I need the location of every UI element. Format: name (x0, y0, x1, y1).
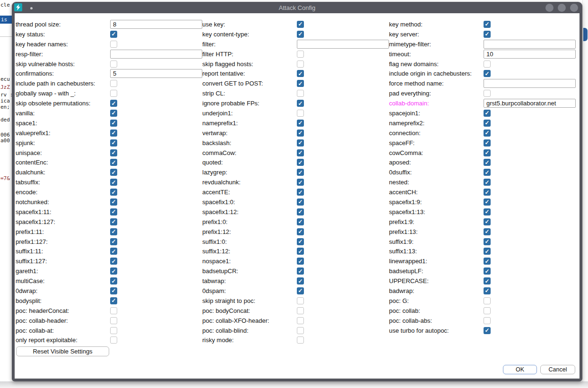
checkbox-key-status[interactable]: ✓ (110, 31, 117, 38)
checkbox-skip-flagged-hosts[interactable] (297, 60, 304, 68)
checkbox-prefix1-11[interactable]: ✓ (110, 228, 117, 235)
checkbox-prefix1-0[interactable]: ✓ (297, 218, 304, 225)
maximize-button[interactable] (558, 4, 566, 12)
checkbox-notchunked[interactable]: ✓ (110, 198, 117, 206)
checkbox-nameprefix1[interactable]: ✓ (297, 120, 304, 127)
checkbox-suffix1-12[interactable]: ✓ (297, 248, 304, 255)
checkbox-prefix1-12[interactable]: ✓ (297, 228, 304, 235)
checkbox-dualchunk[interactable]: ✓ (110, 169, 117, 176)
checkbox-only-report-exploitable[interactable] (110, 336, 117, 344)
cancel-button[interactable]: Cancel (540, 365, 575, 374)
input-resp-filter[interactable] (110, 50, 202, 59)
checkbox-vertwrap[interactable]: ✓ (297, 129, 304, 137)
reset-visible-settings-button[interactable]: Reset Visible Settings (16, 346, 109, 356)
close-button[interactable] (570, 4, 578, 12)
checkbox-tabwrap[interactable]: ✓ (297, 277, 304, 285)
checkbox-valueprefix1[interactable]: ✓ (110, 129, 117, 137)
checkbox-ignore-probable-fps[interactable]: ✓ (297, 100, 304, 107)
checkbox-poc-headerconcat[interactable] (110, 307, 117, 314)
input-filter[interactable] (297, 40, 389, 49)
checkbox-revdualchunk[interactable]: ✓ (297, 179, 304, 186)
checkbox-0dspam[interactable]: ✓ (297, 287, 304, 294)
checkbox-flag-new-domains[interactable] (484, 60, 491, 68)
checkbox-suffix1-9[interactable]: ✓ (484, 238, 491, 245)
checkbox-strip-cl[interactable] (297, 90, 304, 97)
checkbox-suffix1-13[interactable]: ✓ (484, 248, 491, 255)
checkbox-cowcomma[interactable]: ✓ (484, 149, 491, 156)
checkbox-spjunk[interactable]: ✓ (110, 139, 117, 147)
checkbox-0dwrap[interactable]: ✓ (110, 287, 117, 294)
checkbox-use-turbo-for-autopoc[interactable]: ✓ (484, 327, 491, 334)
checkbox-spaceff[interactable]: ✓ (484, 139, 491, 147)
checkbox-pad-everything[interactable] (484, 90, 491, 97)
checkbox-badsetuplf[interactable]: ✓ (484, 267, 491, 275)
ok-button[interactable]: OK (503, 365, 537, 374)
checkbox-risky-mode[interactable] (297, 336, 304, 344)
checkbox-contentenc[interactable]: ✓ (110, 159, 117, 166)
checkbox-gareth1[interactable]: ✓ (110, 267, 117, 275)
checkbox-include-origin-in-cachebusters[interactable]: ✓ (484, 70, 491, 77)
checkbox-key-method[interactable]: ✓ (484, 21, 491, 28)
checkbox-report-tentative[interactable]: ✓ (297, 70, 304, 77)
checkbox-spacefix1-0[interactable]: ✓ (297, 198, 304, 206)
checkbox-unispace[interactable]: ✓ (110, 149, 117, 156)
checkbox-accentte[interactable]: ✓ (297, 189, 304, 196)
input-confirmations[interactable] (110, 69, 202, 78)
checkbox-multicase[interactable]: ✓ (110, 277, 117, 285)
minimize-button[interactable] (545, 4, 553, 12)
checkbox-nameprefix2[interactable]: ✓ (484, 120, 491, 127)
checkbox-spacefix1-13[interactable]: ✓ (484, 208, 491, 216)
checkbox-lazygrep[interactable]: ✓ (297, 169, 304, 176)
checkbox-globally-swap-with[interactable] (110, 90, 117, 97)
checkbox-poc-collab-xfo-header[interactable] (297, 317, 304, 324)
checkbox-encode[interactable]: ✓ (110, 189, 117, 196)
checkbox-poc-bodyconcat[interactable] (297, 307, 304, 314)
checkbox-prefix1-13[interactable]: ✓ (484, 228, 491, 235)
checkbox-poc-collab[interactable] (484, 307, 491, 314)
checkbox-key-header-names[interactable] (110, 41, 117, 48)
input-thread-pool-size[interactable] (110, 20, 202, 29)
checkbox-commacow[interactable]: ✓ (297, 149, 304, 156)
input-force-method-name[interactable] (484, 79, 576, 88)
checkbox-aposed[interactable]: ✓ (484, 159, 491, 166)
checkbox-convert-get-to-post[interactable]: ✓ (297, 80, 304, 87)
checkbox-uppercase[interactable]: ✓ (484, 277, 491, 285)
checkbox-filter-http[interactable] (297, 51, 304, 58)
checkbox-nospace1[interactable]: ✓ (297, 258, 304, 265)
checkbox-poc-collab-abs[interactable] (484, 317, 491, 324)
checkbox-poc-collab-at[interactable] (110, 327, 117, 334)
checkbox-spacejoin1[interactable]: ✓ (484, 110, 491, 117)
checkbox-suffix1-11[interactable]: ✓ (110, 248, 117, 255)
checkbox-key-server[interactable]: ✓ (484, 31, 491, 38)
checkbox-suffix1-0[interactable]: ✓ (297, 238, 304, 245)
checkbox-spacefix1-11[interactable]: ✓ (110, 208, 117, 216)
checkbox-prefix1-9[interactable]: ✓ (484, 218, 491, 225)
checkbox-underjoin1[interactable] (297, 110, 304, 117)
checkbox-vanilla[interactable]: ✓ (110, 110, 117, 117)
checkbox-skip-straight-to-poc[interactable] (297, 297, 304, 304)
checkbox-include-path-in-cachebusters[interactable] (110, 80, 117, 87)
checkbox-accentch[interactable]: ✓ (484, 189, 491, 196)
checkbox-prefix1-127[interactable]: ✓ (110, 238, 117, 245)
checkbox-skip-obsolete-permutations[interactable]: ✓ (110, 100, 117, 107)
input-collab-domain[interactable] (484, 99, 576, 108)
checkbox-linewrapped1[interactable]: ✓ (484, 258, 491, 265)
checkbox-poc-g[interactable] (484, 297, 491, 304)
checkbox-badsetupcr[interactable]: ✓ (297, 267, 304, 275)
checkbox-quoted[interactable]: ✓ (297, 159, 304, 166)
checkbox-key-content-type[interactable]: ✓ (297, 31, 304, 38)
checkbox-nested[interactable]: ✓ (484, 179, 491, 186)
checkbox-spacefix1-127[interactable]: ✓ (110, 218, 117, 225)
checkbox-skip-vulnerable-hosts[interactable] (110, 60, 117, 68)
checkbox-badwrap[interactable]: ✓ (484, 287, 491, 294)
checkbox-spacefix1-9[interactable]: ✓ (484, 198, 491, 206)
input-timeout[interactable] (484, 50, 576, 59)
input-mimetype-filter[interactable] (484, 40, 576, 49)
checkbox-bodysplit[interactable]: ✓ (110, 297, 117, 304)
checkbox-backslash[interactable]: ✓ (297, 139, 304, 147)
checkbox-poc-collab-header[interactable] (110, 317, 117, 324)
checkbox-poc-collab-blind[interactable] (297, 327, 304, 334)
checkbox-0dsuffix[interactable]: ✓ (484, 169, 491, 176)
checkbox-use-key[interactable]: ✓ (297, 21, 304, 28)
checkbox-spacefix1-12[interactable]: ✓ (297, 208, 304, 216)
